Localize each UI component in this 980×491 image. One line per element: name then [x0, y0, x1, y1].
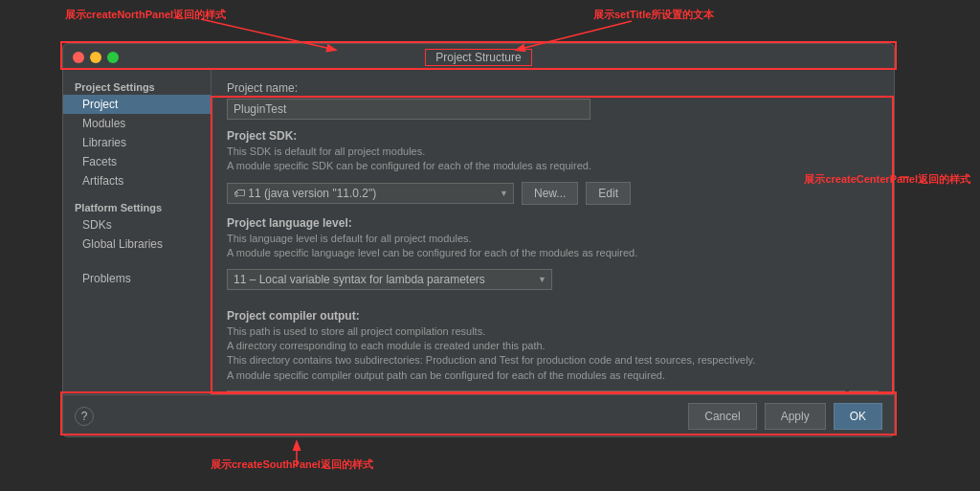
sdk-desc-1: This SDK is default for all project modu…	[227, 145, 879, 174]
main-content-panel: Project name: Project SDK: This SDK is d…	[212, 70, 894, 394]
cancel-button[interactable]: Cancel	[688, 403, 756, 430]
apply-button[interactable]: Apply	[765, 403, 826, 430]
dialog-body: Project Settings Project Modules Librari…	[62, 70, 895, 395]
bottom-bar: ? Cancel Apply OK	[62, 395, 895, 437]
window-controls	[73, 52, 119, 63]
language-select-wrapper: 11 – Local variable syntax for lambda pa…	[227, 269, 552, 290]
ok-button[interactable]: OK	[834, 403, 882, 430]
sidebar-item-modules[interactable]: Modules	[63, 114, 211, 133]
language-select[interactable]: 11 – Local variable syntax for lambda pa…	[227, 269, 552, 290]
annotation-south-panel: 展示createSouthPanel返回的样式	[211, 458, 373, 472]
compiler-desc: This path is used to store all project c…	[227, 324, 879, 384]
sidebar-item-project[interactable]: Project	[63, 95, 211, 114]
close-button[interactable]	[73, 52, 84, 63]
maximize-button[interactable]	[107, 52, 119, 63]
bottom-action-buttons: Cancel Apply OK	[688, 403, 882, 430]
sdk-section-title: Project SDK:	[227, 129, 879, 143]
sdk-row: 🏷 11 (java version "11.0.2") New... Edit	[227, 182, 879, 205]
platform-settings-heading: Platform Settings	[63, 198, 211, 215]
sidebar-item-facets[interactable]: Facets	[63, 152, 211, 171]
language-section-title: Project language level:	[227, 216, 879, 230]
sidebar-item-global-libraries[interactable]: Global Libraries	[63, 234, 211, 254]
sdk-select-wrapper: 🏷 11 (java version "11.0.2")	[227, 183, 514, 204]
browse-folder-button[interactable]: 📁	[849, 391, 879, 394]
new-sdk-button[interactable]: New...	[522, 182, 578, 205]
sidebar-item-artifacts[interactable]: Artifacts	[63, 171, 211, 190]
output-path-row: 📁	[227, 391, 879, 394]
sidebar-item-problems[interactable]: Problems	[63, 269, 211, 288]
sidebar-item-libraries[interactable]: Libraries	[63, 133, 211, 152]
edit-sdk-button[interactable]: Edit	[586, 182, 631, 205]
dialog-title: Project Structure	[425, 49, 531, 66]
project-settings-heading: Project Settings	[63, 78, 211, 95]
dialog-title-bar: Project Structure	[62, 43, 895, 70]
minimize-button[interactable]	[90, 52, 101, 63]
compiler-section-title: Project compiler output:	[227, 309, 879, 323]
sidebar-item-sdks[interactable]: SDKs	[63, 215, 211, 234]
annotation-north-panel: 展示createNorthPanel返回的样式	[65, 8, 226, 22]
project-structure-dialog: Project Structure Project Settings Proje…	[62, 43, 895, 435]
sdk-select[interactable]: 🏷 11 (java version "11.0.2")	[227, 183, 514, 204]
annotation-set-title: 展示setTitle所设置的文本	[593, 8, 714, 22]
help-button[interactable]: ?	[75, 407, 94, 426]
language-desc: This language level is default for all p…	[227, 232, 879, 261]
project-name-label: Project name:	[227, 81, 879, 95]
annotation-center-panel: 展示createCenterPanel返回的样式	[804, 172, 970, 187]
output-path-input[interactable]	[227, 391, 845, 394]
sidebar: Project Settings Project Modules Librari…	[63, 70, 212, 394]
project-name-input[interactable]	[227, 99, 590, 120]
